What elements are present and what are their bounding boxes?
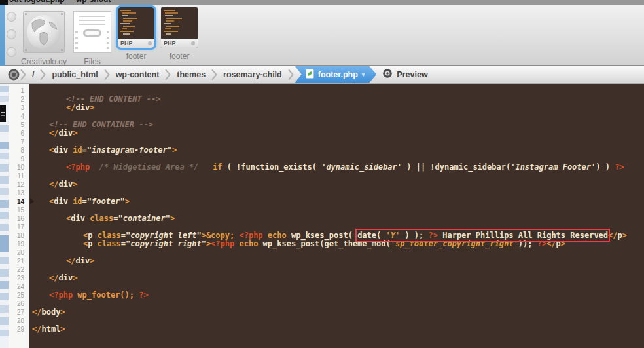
line-number: 2 xyxy=(9,95,29,104)
preview-button[interactable]: Preview xyxy=(382,68,427,81)
background-tab-title: out-logout.php xyxy=(9,0,65,4)
line-number: 20 xyxy=(9,248,29,257)
line-number: 1 xyxy=(9,87,29,95)
line-number: 27 xyxy=(9,308,29,317)
line-number: 11 xyxy=(9,172,29,180)
chevron-separator-icon xyxy=(40,68,46,81)
php-page-icon xyxy=(306,69,314,81)
breadcrumb-item[interactable]: wp-content xyxy=(110,70,166,79)
thumbnail-label: footer xyxy=(126,52,147,61)
php-file-icon: PHP xyxy=(118,7,154,48)
code-line[interactable] xyxy=(32,265,644,274)
line-number: 7 xyxy=(9,138,29,146)
line-number: 13 xyxy=(9,189,29,197)
line-number-gutter: 1234567891011121314151617181920212223242… xyxy=(9,84,29,348)
line-number: 3 xyxy=(9,104,29,112)
editor-window: out-logout.php wp-shout Creativolo xyxy=(0,0,644,348)
annotation-highlight-box: date( 'Y' ) ); ?> Harper Phillips All Ri… xyxy=(357,231,608,240)
php-file-thumbnail-selected[interactable]: PHP footer xyxy=(118,7,154,61)
line-number: 16 xyxy=(9,214,29,223)
line-number: 24 xyxy=(9,282,29,291)
line-number: 15 xyxy=(9,206,29,214)
chevron-separator-icon xyxy=(211,68,217,81)
line-number: 14 xyxy=(9,197,29,206)
php-file-icon: PHP xyxy=(161,7,198,48)
code-line[interactable] xyxy=(32,317,644,325)
code-line[interactable]: </body> xyxy=(32,308,644,317)
chevron-separator-icon xyxy=(288,68,294,81)
minimap-thumbnail xyxy=(0,105,6,122)
thumbnail-label: Files xyxy=(84,57,100,66)
code-line[interactable] xyxy=(32,248,644,257)
code-line[interactable]: </div> xyxy=(32,257,644,265)
line-number: 12 xyxy=(9,180,29,189)
line-number: 22 xyxy=(9,265,29,274)
line-number: 25 xyxy=(9,291,29,300)
php-badge: PHP xyxy=(120,40,133,47)
code-line[interactable]: </div> xyxy=(32,129,644,138)
line-number: 4 xyxy=(9,112,29,121)
background-tab-strip: out-logout.php wp-shout xyxy=(0,0,644,5)
code-line[interactable]: <?php wp_footer(); ?> xyxy=(32,291,644,300)
code-line[interactable]: <!-- END CONTAINER --> xyxy=(32,121,644,129)
line-number: 17 xyxy=(9,223,29,231)
php-file-thumbnail[interactable]: PHP footer xyxy=(161,7,198,61)
minimap-strip[interactable] xyxy=(0,84,9,348)
code-line[interactable]: <div id="instagram-footer"> xyxy=(32,146,644,155)
code-line[interactable]: </div> xyxy=(32,274,644,282)
line-number: 28 xyxy=(9,317,29,325)
breadcrumb-item[interactable]: / xyxy=(26,70,40,79)
line-number: 21 xyxy=(9,257,29,265)
code-line[interactable]: </div> xyxy=(32,104,644,112)
code-line[interactable]: <!-- END CONTENT --> xyxy=(32,95,644,104)
thumbnail-label: Creativolo.gy xyxy=(21,57,67,66)
breadcrumb-item[interactable]: rosemary-child xyxy=(217,70,288,79)
toolbar-dots xyxy=(6,12,18,64)
code-line[interactable]: </html> xyxy=(32,325,644,334)
line-number: 23 xyxy=(9,274,29,282)
line-number: 18 xyxy=(9,231,29,240)
chevron-separator-icon xyxy=(104,68,110,81)
code-content[interactable]: <!-- END CONTENT --></div><!-- END CONTA… xyxy=(30,84,644,348)
php-badge: PHP xyxy=(164,40,176,47)
line-number: 9 xyxy=(9,155,29,163)
line-number: 19 xyxy=(9,240,29,248)
breadcrumb-bar: /public_htmlwp-contentthemesrosemary-chi… xyxy=(0,66,644,84)
window-edge-strip xyxy=(0,5,5,66)
line-number: 8 xyxy=(9,146,29,155)
site-thumbnail[interactable]: Creativolo.gy xyxy=(21,7,67,66)
code-line[interactable] xyxy=(32,172,644,180)
code-line[interactable]: </div> xyxy=(32,180,644,189)
files-thumbnail[interactable]: Files xyxy=(73,7,111,66)
chevron-separator-icon xyxy=(165,68,171,81)
root-target-icon[interactable] xyxy=(7,68,20,81)
preview-label: Preview xyxy=(397,70,427,79)
code-editor: 1234567891011121314151617181920212223242… xyxy=(0,84,644,348)
globe-icon xyxy=(23,11,65,53)
breadcrumb-item[interactable]: themes xyxy=(171,70,211,79)
eye-icon xyxy=(382,68,393,81)
line-number: 10 xyxy=(9,163,29,172)
chevron-down-icon: ▾ xyxy=(362,71,365,78)
background-tab-title: wp-shout xyxy=(76,0,111,4)
code-line[interactable]: <p class="copyright right"><?php echo wp… xyxy=(32,240,644,248)
code-line[interactable]: <div class="container"> xyxy=(32,214,644,223)
line-number: 5 xyxy=(9,121,29,129)
active-file-name: footer.php xyxy=(318,70,358,79)
code-line[interactable] xyxy=(32,300,644,308)
line-number: 6 xyxy=(9,129,29,138)
chevron-separator-icon xyxy=(20,68,26,81)
files-icon xyxy=(73,11,111,53)
line-number: 26 xyxy=(9,300,29,308)
thumbnail-label: footer xyxy=(170,52,190,61)
breadcrumb-active-file[interactable]: footer.php ▾ xyxy=(295,66,377,83)
breadcrumb-item[interactable]: public_html xyxy=(46,70,103,79)
file-thumbnails-toolbar: Creativolo.gy Files xyxy=(0,5,644,66)
code-line[interactable]: <?php /* Widgetised Area */ if ( !functi… xyxy=(32,163,644,172)
line-number: 29 xyxy=(9,325,29,334)
code-line[interactable]: <div id="footer"> xyxy=(32,197,644,206)
